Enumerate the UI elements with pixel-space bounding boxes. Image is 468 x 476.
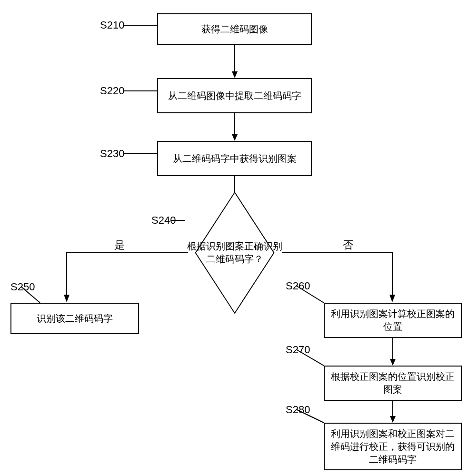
step-label-s250: S250 (10, 281, 35, 293)
process-text-s260: 利用识别图案计算校正图案的位置 (328, 307, 458, 333)
process-box-s270: 根据校正图案的位置识别校正图案 (324, 366, 462, 401)
process-text-s270: 根据校正图案的位置识别校正图案 (328, 370, 458, 396)
process-text-s280: 利用识别图案和校正图案对二维码进行校正，获得可识别的二维码码字 (328, 427, 458, 466)
process-text-s220: 从二维码图像中提取二维码码字 (168, 89, 301, 102)
step-label-s210: S210 (100, 19, 124, 31)
step-label-s240: S240 (151, 214, 176, 227)
step-label-s230: S230 (100, 148, 124, 160)
process-text-s210: 获得二维码图像 (201, 23, 268, 36)
step-label-s280: S280 (286, 404, 310, 416)
process-box-s220: 从二维码图像中提取二维码码字 (157, 78, 312, 113)
arrow-down (389, 401, 396, 423)
step-label-s260: S260 (286, 280, 310, 292)
branch-label-no: 否 (343, 238, 353, 252)
arrow-down (231, 45, 238, 78)
process-box-s260: 利用识别图案计算校正图案的位置 (324, 303, 462, 338)
arrow-branch-yes (67, 250, 190, 302)
svg-marker-10 (389, 295, 395, 302)
svg-marker-9 (64, 295, 70, 302)
process-box-s210: 获得二维码图像 (157, 13, 312, 45)
process-box-s250: 识别该二维码码字 (10, 303, 139, 334)
svg-marker-2 (232, 71, 238, 78)
svg-marker-17 (390, 416, 396, 423)
step-label-s270: S270 (286, 344, 310, 356)
process-text-s250: 识别该二维码码字 (37, 312, 113, 325)
decision-s240: 根据识别图案正确识别 二维码码字？ (199, 217, 270, 288)
svg-marker-5 (232, 134, 238, 141)
flowchart-canvas: S210 获得二维码图像 S220 从二维码图像中提取二维码码字 S230 从二… (0, 0, 468, 476)
svg-marker-14 (390, 359, 396, 366)
process-box-s280: 利用识别图案和校正图案对二维码进行校正，获得可识别的二维码码字 (324, 423, 462, 470)
step-label-s220: S220 (100, 85, 124, 97)
decision-text: 根据识别图案正确识别 二维码码字？ (180, 240, 289, 266)
process-box-s230: 从二维码码字中获得识别图案 (157, 141, 312, 176)
arrow-branch-no (282, 250, 392, 302)
branch-label-yes: 是 (114, 238, 125, 252)
arrow-down (231, 113, 238, 141)
process-text-s230: 从二维码码字中获得识别图案 (173, 152, 297, 165)
arrow-down (389, 338, 396, 366)
